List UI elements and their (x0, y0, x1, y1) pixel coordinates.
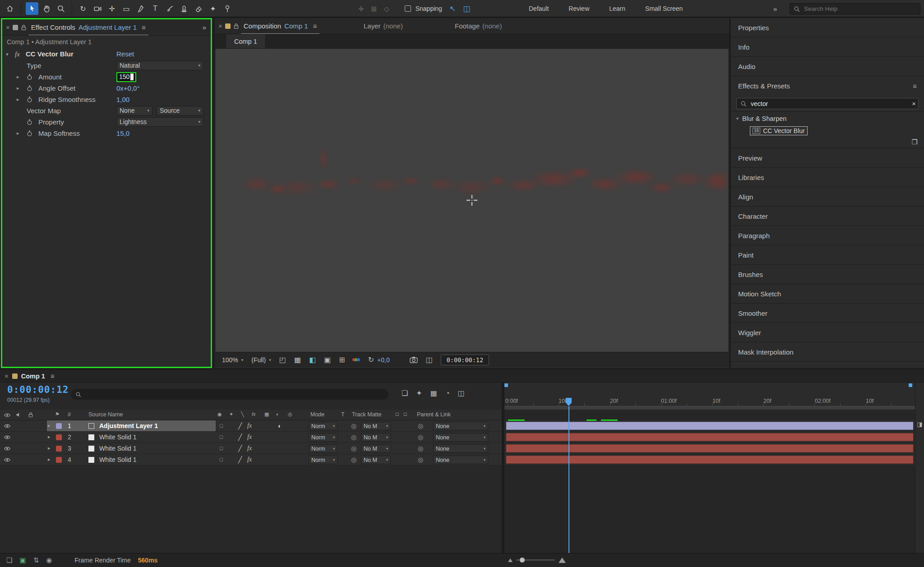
matte-pickwhip-icon[interactable]: ◎ (351, 422, 356, 429)
timeline-splitter[interactable] (502, 383, 504, 553)
effects-presets-search-input[interactable] (750, 100, 885, 108)
property-dropdown[interactable]: Lightness ▾ (116, 117, 203, 127)
composition-viewport[interactable] (216, 49, 728, 352)
exposure-value[interactable]: +0,0 (377, 356, 390, 364)
lock-icon[interactable] (233, 23, 239, 29)
shy-switch-icon[interactable]: ◻ (219, 456, 223, 462)
viewer-tab-comp1[interactable]: Comp 1 (226, 34, 266, 48)
caret-right-icon[interactable]: ▸ (48, 456, 51, 462)
layer-duration-bar[interactable] (506, 456, 913, 464)
caret-right-icon[interactable]: ▸ (48, 445, 51, 451)
layer-name[interactable]: White Solid 1 (99, 445, 136, 452)
graph-editor-icon[interactable]: ◫ (458, 390, 465, 397)
effects-presets-search-box[interactable] (736, 98, 919, 109)
work-area-bar[interactable] (504, 406, 915, 410)
column-parent-link[interactable]: Parent & Link (417, 411, 451, 418)
snap-arrow-icon[interactable]: ↖ (449, 5, 456, 13)
close-icon[interactable]: × (5, 372, 9, 380)
new-panel-icon[interactable]: ❒ (912, 138, 918, 146)
tab-composition[interactable]: Composition Comp 1 ≡ (241, 18, 320, 34)
brush-tool[interactable] (163, 2, 176, 15)
panel-grip-icon[interactable] (225, 23, 231, 29)
panel-item-align[interactable]: Align (731, 187, 924, 207)
panel-item-mask-interpolation[interactable]: Mask Interpolation (731, 342, 924, 362)
axis-local-icon[interactable]: ✛ (358, 5, 364, 12)
axis-world-icon[interactable]: ⊞ (371, 5, 377, 12)
panel-item-paragraph[interactable]: Paragraph (731, 226, 924, 245)
caret-right-icon[interactable]: ▸ (17, 83, 19, 94)
matte-pickwhip-icon[interactable]: ◎ (351, 433, 356, 441)
selection-tool[interactable] (26, 2, 38, 15)
caret-right-icon[interactable]: ▸ (48, 423, 51, 429)
track-matte-dropdown[interactable]: No M▾ (361, 433, 391, 442)
panel-overflow-icon[interactable]: » (203, 23, 206, 31)
motion-blur-icon[interactable]: ◔ (445, 390, 450, 397)
timeline-search-input[interactable] (84, 391, 373, 398)
parent-dropdown[interactable]: None▾ (433, 456, 488, 464)
help-search-input[interactable] (803, 5, 907, 13)
panel-item-character[interactable]: Character (731, 207, 924, 226)
workspace-default[interactable]: Default (519, 0, 559, 17)
puppet-pin-tool[interactable] (221, 2, 234, 15)
panel-item-info[interactable]: Info (731, 37, 924, 57)
zoom-in-icon[interactable] (559, 558, 566, 563)
label-color-swatch[interactable] (56, 423, 62, 429)
panel-item-properties[interactable]: Properties (731, 18, 924, 37)
close-icon[interactable]: × (6, 23, 10, 31)
zoom-slider-track[interactable] (516, 559, 555, 561)
home-icon[interactable] (4, 2, 16, 15)
type-dropdown[interactable]: Natural ▾ (116, 61, 203, 70)
parent-dropdown[interactable]: None▾ (433, 444, 488, 453)
panel-item-paint[interactable]: Paint (731, 245, 924, 265)
hand-tool[interactable] (40, 2, 53, 15)
amount-input[interactable]: 150 (116, 72, 136, 82)
zoom-slider-thumb[interactable] (520, 558, 525, 562)
parent-pickwhip-icon[interactable]: ◎ (418, 456, 423, 463)
reset-exposure-icon[interactable]: ↻ (368, 355, 374, 364)
panel-menu-icon[interactable]: ≡ (913, 82, 917, 90)
fx-switch-icon[interactable]: fx (247, 445, 252, 452)
track-matte-dropdown[interactable]: No M▾ (361, 422, 391, 430)
take-snapshot-icon[interactable] (410, 356, 418, 363)
view-end-handle[interactable] (909, 383, 912, 387)
snapping-checkbox[interactable] (405, 5, 411, 12)
effects-item-cc-vector-blur[interactable]: 16 CC Vector Blur (750, 126, 808, 135)
parent-pickwhip-icon[interactable]: ◎ (418, 422, 423, 429)
snapping-label[interactable]: Snapping (416, 5, 442, 12)
render-queue-icon[interactable]: ❏ (6, 556, 12, 564)
rotate-tool[interactable]: ↻ (77, 2, 89, 15)
shape-tool[interactable]: ▭ (120, 2, 133, 15)
panel-item-wiggler[interactable]: Wiggler (731, 323, 924, 342)
parent-pickwhip-icon[interactable]: ◎ (418, 433, 423, 441)
fx-switch-icon[interactable]: fx (247, 433, 252, 441)
layer-duration-bar[interactable] (506, 433, 913, 441)
label-color-swatch[interactable] (56, 434, 62, 440)
mask-visibility-icon[interactable]: ◧ (309, 355, 316, 364)
effects-group-blur-sharpen[interactable]: ▾ Blur & Sharpen (731, 112, 924, 125)
caret-right-icon[interactable]: ▸ (17, 128, 19, 139)
eye-icon[interactable] (4, 424, 11, 429)
column-mode[interactable]: Mode (310, 411, 324, 418)
caret-right-icon[interactable]: ▸ (48, 434, 51, 440)
column-t[interactable]: T (341, 411, 345, 418)
map-softness-value[interactable]: 15,0 (116, 128, 129, 139)
stopwatch-icon[interactable] (26, 74, 33, 80)
current-timecode[interactable]: 0:00:00:12 (7, 384, 69, 395)
stopwatch-icon[interactable] (26, 85, 33, 92)
close-icon[interactable]: × (218, 22, 222, 30)
timeline-search-box[interactable] (71, 389, 388, 400)
blend-mode-dropdown[interactable]: Norm▾ (309, 444, 337, 453)
quality-switch-icon[interactable]: ╱ (238, 433, 242, 441)
eye-icon[interactable] (4, 457, 11, 462)
panel-grip-icon[interactable] (13, 25, 18, 30)
effect-header-row[interactable]: ▾ fx CC Vector Blur Reset (2, 48, 211, 60)
track-matte-dropdown[interactable]: No M▾ (361, 444, 391, 453)
quality-switch-icon[interactable]: ╱ (238, 445, 242, 452)
layer-duration-bar[interactable] (506, 444, 913, 452)
lock-icon[interactable] (21, 24, 27, 31)
panel-grip-icon[interactable] (12, 373, 18, 379)
zoom-out-icon[interactable] (508, 558, 513, 562)
parent-dropdown[interactable]: None▾ (433, 433, 488, 442)
workspace-overflow-icon[interactable]: » (773, 0, 777, 17)
pen-tool[interactable] (134, 2, 147, 15)
